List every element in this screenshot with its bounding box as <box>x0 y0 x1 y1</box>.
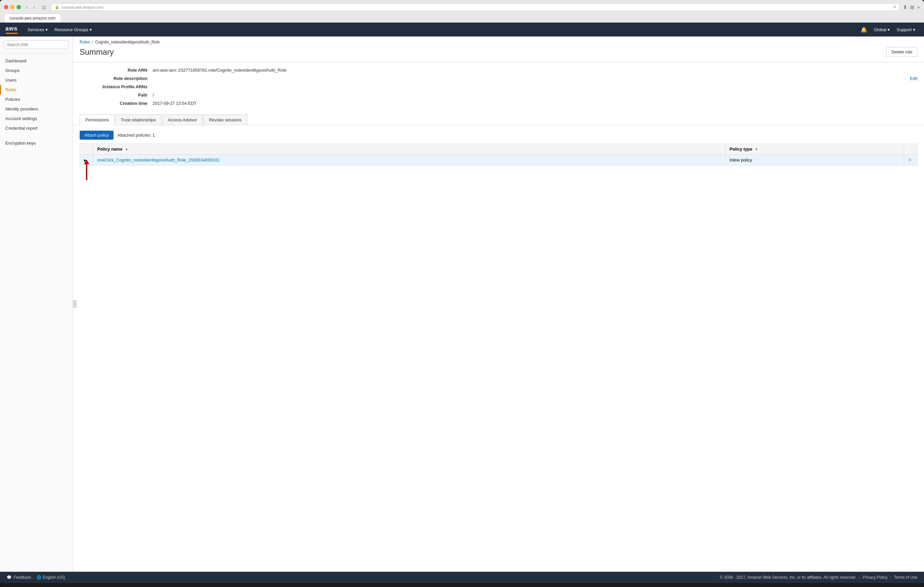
aws-topnav: aws Services ▾ Resource Groups ▾ 🔔 Globa… <box>0 23 924 36</box>
back-button[interactable]: ‹ <box>24 4 30 11</box>
feedback-link[interactable]: 💬 Feedback <box>7 575 31 580</box>
minimize-button[interactable] <box>10 5 15 9</box>
services-menu[interactable]: Services ▾ <box>24 26 51 33</box>
attach-policy-button[interactable]: Attach policy <box>80 131 114 140</box>
sidebar-item-label: Users <box>5 77 16 82</box>
tab-trust-relationships[interactable]: Trust relationships <box>115 114 162 125</box>
terms-of-use-link[interactable]: Terms of Use <box>894 575 917 580</box>
share-button[interactable]: ⬆ <box>903 4 908 10</box>
creation-time-value: 2017-09-27 13:54 EDT <box>153 101 917 106</box>
breadcrumb-parent[interactable]: Roles <box>80 40 90 44</box>
logo-underline <box>6 33 18 34</box>
global-menu[interactable]: Global ▾ <box>871 26 893 33</box>
tab-revoke-sessions[interactable]: Revoke sessions <box>203 114 247 125</box>
sidebar-search-container <box>0 36 73 53</box>
sidebar-item-label: Encryption keys <box>5 141 36 146</box>
nav-buttons: ‹ › <box>24 4 36 11</box>
forward-button[interactable]: › <box>31 4 37 11</box>
sidebar-item-label: Groups <box>5 68 20 73</box>
instance-profile-label: Instance Profile ARNs <box>80 84 153 89</box>
logo-text: aws <box>5 25 18 32</box>
copyright-text: © 2008 - 2017, Amazon Web Services, Inc.… <box>720 575 856 580</box>
content-area: Roles › Cognito_notesidentitypoolAuth_Ro… <box>73 36 924 572</box>
sidebar-item-identity-providers[interactable]: Identity providers <box>0 104 73 114</box>
policy-table: Policy name ▼ Policy type ▼ <box>80 144 917 166</box>
address-bar[interactable]: 🔒 console.aws.amazon.com ↺ <box>51 3 900 11</box>
language-selector[interactable]: 🌐 English (US) <box>36 575 65 580</box>
footer-right: © 2008 - 2017, Amazon Web Services, Inc.… <box>720 575 917 580</box>
sidebar-item-account-settings[interactable]: Account settings <box>0 114 73 123</box>
add-tab-button[interactable]: + <box>917 4 920 10</box>
feedback-icon: 💬 <box>7 575 12 580</box>
resource-groups-chevron: ▾ <box>90 27 92 32</box>
policy-name-cell[interactable]: oneClick_Cognito_notesidentitypoolAuth_R… <box>93 155 726 166</box>
policy-name-label: Policy name <box>97 146 122 151</box>
delete-role-button[interactable]: Delete role <box>886 47 917 57</box>
role-description-row: Role description Edit <box>80 76 917 81</box>
window-controls[interactable] <box>4 5 21 9</box>
attached-count: Attached policies: 1 <box>117 133 155 138</box>
action-col-header <box>904 144 917 155</box>
footer-separator-2: | <box>890 575 891 580</box>
tabs-container: Permissions Trust relationships Access A… <box>73 114 924 125</box>
sidebar-item-label: Credential report <box>5 126 38 131</box>
notifications-bell[interactable]: 🔔 <box>857 25 871 34</box>
app-footer: 💬 Feedback 🌐 English (US) © 2008 - 2017,… <box>0 572 924 583</box>
support-label: Support <box>896 27 912 32</box>
remove-policy-cell[interactable]: ✕ <box>904 155 917 166</box>
close-button[interactable] <box>4 5 8 9</box>
policy-type-sort-icon[interactable]: ▼ <box>755 148 758 151</box>
sidebar-item-encryption-keys[interactable]: Encryption keys <box>0 138 73 148</box>
resource-groups-label: Resource Groups <box>54 27 88 32</box>
role-description-edit[interactable]: Edit <box>910 76 917 81</box>
support-menu[interactable]: Support ▾ <box>893 26 919 33</box>
sidebar-item-dashboard[interactable]: Dashboard <box>0 56 73 66</box>
tab-permissions[interactable]: Permissions <box>80 114 114 125</box>
path-label: Path <box>80 92 153 97</box>
reload-icon[interactable]: ↺ <box>893 5 896 9</box>
remove-policy-icon[interactable]: ✕ <box>908 157 912 163</box>
resource-groups-menu[interactable]: Resource Groups ▾ <box>51 26 95 33</box>
privacy-policy-link[interactable]: Privacy Policy <box>863 575 888 580</box>
sidebar-item-roles[interactable]: Roles <box>0 85 73 95</box>
tab-view-button[interactable]: ⊡ <box>40 4 48 11</box>
feedback-label: Feedback <box>13 575 31 580</box>
active-tab[interactable]: console.aws.amazon.com <box>4 13 61 23</box>
services-label: Services <box>28 27 44 32</box>
globe-icon: 🌐 <box>36 575 41 580</box>
sidebar-item-label: Dashboard <box>5 58 26 63</box>
sidebar-nav: Dashboard Groups Users Roles Policies <box>0 53 73 151</box>
sidebar-item-credential-report[interactable]: Credential report <box>0 123 73 133</box>
global-label: Global <box>874 27 886 32</box>
breadcrumb-current: Cognito_notesidentitypoolAuth_Role <box>95 40 160 44</box>
support-chevron: ▾ <box>913 27 916 32</box>
global-chevron: ▾ <box>888 27 890 32</box>
policy-name-header[interactable]: Policy name ▼ <box>93 144 726 155</box>
tab-content-permissions: Attach policy Attached policies: 1 Polic… <box>73 125 924 171</box>
browser-actions: ⬆ ⊞ + <box>903 4 920 10</box>
sidebar-item-label: Roles <box>5 87 16 92</box>
sidebar-item-label: Policies <box>5 97 20 102</box>
breadcrumb-separator: › <box>92 40 93 44</box>
expand-col-header <box>80 144 93 155</box>
maximize-button[interactable] <box>16 5 21 9</box>
policy-name-sort-icon[interactable]: ▼ <box>125 148 129 151</box>
sidebar-item-groups[interactable]: Groups <box>0 66 73 75</box>
policy-name-link[interactable]: oneClick_Cognito_notesidentitypoolAuth_R… <box>97 158 220 163</box>
sidebar-item-users[interactable]: Users <box>0 75 73 85</box>
role-arn-row: Role ARN arn:aws:iam::232771856781:role/… <box>80 67 917 72</box>
page-title: Summary <box>80 48 114 57</box>
aws-logo: aws <box>5 25 18 34</box>
tab-access-advisor[interactable]: Access Advisor <box>162 114 203 125</box>
expand-cell[interactable]: ▶ <box>80 155 93 166</box>
footer-left: 💬 Feedback 🌐 English (US) <box>7 575 65 580</box>
search-input[interactable] <box>4 41 69 49</box>
sidebar-toggle[interactable]: ‹ <box>73 300 77 308</box>
new-tab-button[interactable]: ⊞ <box>910 4 914 10</box>
creation-time-row: Creation time 2017-09-27 13:54 EDT <box>80 101 917 106</box>
tabs: Permissions Trust relationships Access A… <box>80 114 917 125</box>
services-chevron: ▾ <box>45 27 48 32</box>
sidebar-item-policies[interactable]: Policies <box>0 95 73 104</box>
policy-type-header[interactable]: Policy type ▼ <box>725 144 904 155</box>
policy-type-value: Inline policy <box>729 158 752 163</box>
